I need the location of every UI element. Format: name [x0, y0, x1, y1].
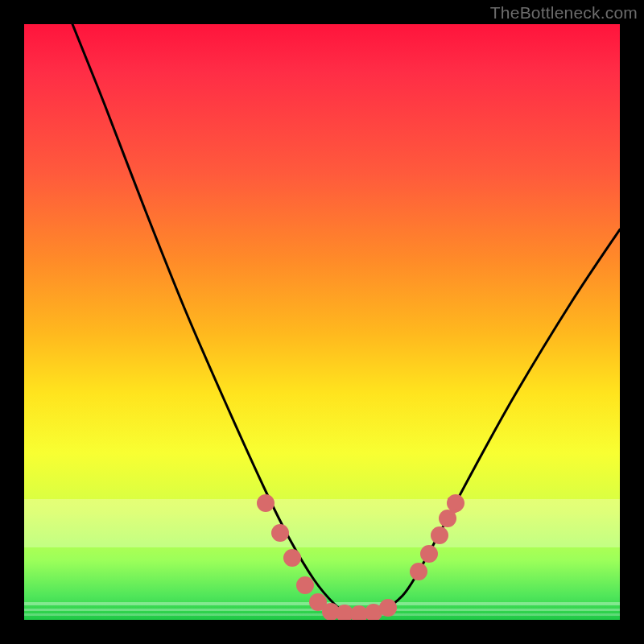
chart-frame [24, 24, 620, 620]
gradient-background [24, 24, 620, 620]
attribution-text: TheBottleneck.com [490, 3, 638, 23]
